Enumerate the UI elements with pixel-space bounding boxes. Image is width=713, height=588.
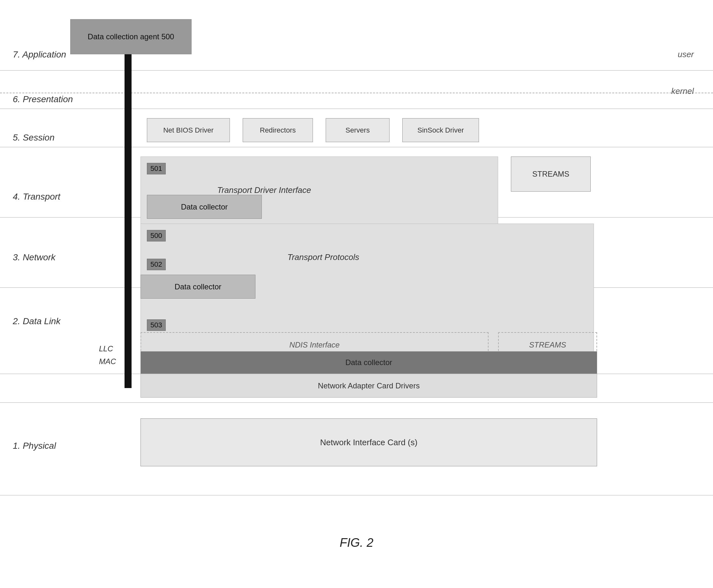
badge-501: 501 (147, 163, 166, 174)
box-nic: Network Interface Card (s) (141, 418, 597, 466)
box-network-adapter: Network Adapter Card Drivers (141, 374, 597, 398)
label-transport: 4. Transport (13, 192, 60, 202)
box-data-collector-transport: Data collector (147, 195, 262, 219)
box-streams-top: STREAMS (511, 156, 591, 192)
box-redirectors: Redirectors (243, 118, 313, 142)
label-network: 3. Network (13, 252, 56, 262)
label-llc: LLC (99, 344, 113, 353)
label-kernel: kernel (671, 86, 694, 96)
line-session (0, 147, 713, 147)
box-net-bios: Net BIOS Driver (147, 118, 230, 142)
box-data-collection-agent: Data collection agent 500 (70, 19, 192, 54)
label-mac: MAC (99, 357, 116, 366)
label-session: 5. Session (13, 132, 55, 143)
line-presentation (0, 109, 713, 109)
label-transport-protocols: Transport Protocols (287, 252, 359, 262)
box-data-collector-network: Data collector (141, 275, 256, 299)
label-transport-driver: Transport Driver Interface (217, 185, 311, 195)
dashed-line-kernel (0, 92, 713, 93)
line-application (0, 70, 713, 70)
badge-500: 500 (147, 230, 166, 241)
label-presentation: 6. Presentation (13, 94, 73, 104)
badge-502: 502 (147, 259, 166, 270)
diagram: 7. Application 6. Presentation 5. Sessio… (0, 0, 713, 588)
line-physical-bottom (0, 495, 713, 496)
label-application: 7. Application (13, 49, 66, 60)
agent-vertical-line (125, 19, 132, 388)
box-servers: Servers (326, 118, 390, 142)
label-user: user (677, 49, 694, 59)
label-datalink: 2. Data Link (13, 316, 60, 327)
box-sinsock: SinSock Driver (402, 118, 479, 142)
box-data-collector-datalink: Data collector (141, 351, 597, 374)
badge-503: 503 (147, 319, 166, 331)
fig-caption: FIG. 2 (0, 536, 713, 550)
label-physical: 1. Physical (13, 441, 56, 451)
line-physical-top (0, 402, 713, 403)
